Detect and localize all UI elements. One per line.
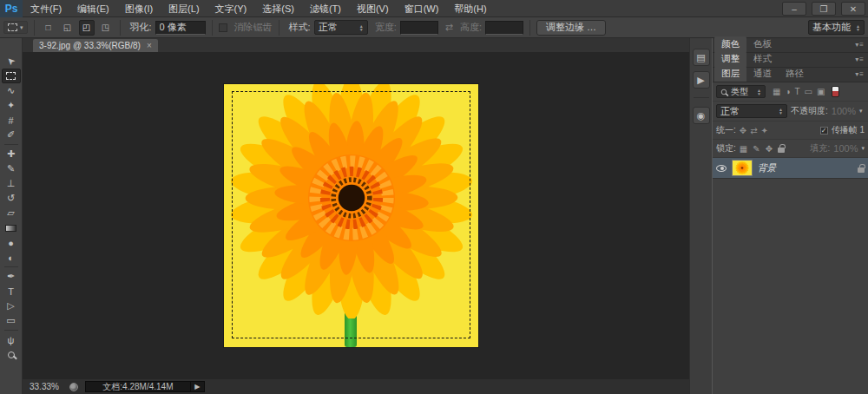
tool-preset-picker[interactable]: ▾: [3, 21, 28, 34]
path-selection-tool[interactable]: ▷: [2, 299, 21, 313]
minimize-button[interactable]: –: [782, 2, 806, 16]
selection-marching-ants: [232, 91, 470, 338]
eraser-tool[interactable]: ▱: [2, 206, 21, 220]
swap-dimensions-icon[interactable]: ⇄: [445, 22, 453, 33]
filter-pixel-layers-icon[interactable]: ▦: [773, 87, 780, 96]
close-button[interactable]: ✕: [841, 2, 865, 16]
filter-adjustment-layers-icon[interactable]: ◑: [785, 87, 790, 96]
menu-filter[interactable]: 滤镜(T): [302, 0, 349, 17]
menu-view[interactable]: 视图(V): [349, 0, 397, 17]
add-to-selection-button[interactable]: ◱: [60, 20, 76, 36]
restore-button[interactable]: ❐: [812, 2, 836, 16]
filter-type-value: 类型: [731, 86, 748, 98]
blend-mode-row: 正常 ▲▼ 不透明度: 100% ▾: [713, 102, 868, 121]
window-controls: – ❐ ✕: [779, 0, 868, 17]
menu-type[interactable]: 文字(Y): [207, 0, 255, 17]
quick-selection-tool[interactable]: ✦: [2, 98, 21, 113]
lock-transparent-pixels-icon[interactable]: ▦: [740, 144, 747, 154]
history-panel-button[interactable]: ▤: [693, 49, 710, 66]
unify-visibility-icon[interactable]: ⇄: [750, 126, 757, 135]
layer-thumbnail[interactable]: [732, 160, 753, 176]
workspace-value: 基本功能: [812, 21, 851, 34]
clone-stamp-tool[interactable]: ⊥: [2, 176, 21, 191]
fill-value[interactable]: 100%: [833, 143, 858, 154]
lock-position-icon[interactable]: ✥: [766, 144, 773, 154]
style-label: 样式:: [289, 21, 311, 34]
history-brush-tool[interactable]: ↺: [2, 191, 21, 206]
tab-layers[interactable]: 图层: [714, 66, 746, 82]
tab-close-icon[interactable]: ×: [147, 41, 152, 50]
antialias-checkbox[interactable]: [219, 23, 227, 32]
type-tool[interactable]: T: [2, 284, 21, 299]
height-input[interactable]: [485, 21, 523, 35]
propagate-frame-checkbox[interactable]: ✓: [820, 127, 828, 135]
opacity-value[interactable]: 100%: [832, 106, 856, 116]
menu-layer[interactable]: 图层(L): [161, 0, 207, 17]
canvas-area[interactable]: [23, 52, 689, 379]
tab-styles[interactable]: 样式: [746, 51, 779, 67]
menu-help[interactable]: 帮助(H): [446, 0, 494, 17]
filter-shape-layers-icon[interactable]: ▭: [805, 87, 812, 96]
lock-all-icon[interactable]: [778, 148, 785, 153]
hand-tool[interactable]: ψ: [2, 332, 21, 347]
chevron-down-icon: ▾: [20, 24, 23, 31]
properties-panel-button[interactable]: ◉: [693, 107, 710, 124]
unify-style-icon[interactable]: ✦: [761, 126, 768, 135]
menu-edit[interactable]: 编辑(E): [69, 0, 117, 17]
tab-adjustments[interactable]: 调整: [714, 51, 746, 67]
gradient-tool[interactable]: [2, 220, 21, 235]
move-tool[interactable]: ➤: [2, 54, 21, 69]
document-tab[interactable]: 3-92.jpg @ 33.3%(RGB/8) ×: [33, 39, 158, 52]
style-select[interactable]: 正常 ▲▼: [314, 20, 368, 35]
document-image[interactable]: [224, 84, 478, 347]
menu-image[interactable]: 图像(I): [117, 0, 161, 17]
tab-channels[interactable]: 通道: [746, 66, 779, 82]
workspace-switcher[interactable]: 基本功能 ▲▼: [808, 20, 865, 35]
filter-smart-object-icon[interactable]: ▣: [817, 87, 825, 96]
dodge-tool-icon: ◐: [8, 253, 14, 263]
layer-row-background[interactable]: 背景: [713, 158, 868, 179]
dodge-tool[interactable]: ◐: [2, 250, 21, 265]
document-size-info[interactable]: 文档:4.28M/4.14M: [85, 381, 191, 392]
pen-tool[interactable]: ✒: [2, 269, 21, 284]
collapsed-panel-dock: ▤ ▶ ◉: [689, 38, 712, 394]
new-selection-button[interactable]: □: [41, 20, 56, 36]
document-tab-label: 3-92.jpg @ 33.3%(RGB/8): [39, 41, 141, 50]
layer-filter-select[interactable]: 类型 ▲▼: [716, 85, 766, 98]
tools-panel: ➤ ∿ ✦ # ✐ ✚ ✎ ⊥ ↺ ▱ ● ◐ ✒ T ▷ ▭ ψ: [0, 38, 23, 394]
layer-visibility-eye-icon[interactable]: [716, 165, 727, 172]
rectangular-marquee-tool[interactable]: [2, 69, 21, 83]
menu-file[interactable]: 文件(F): [23, 0, 69, 17]
feather-input[interactable]: [155, 21, 206, 35]
lock-image-pixels-icon[interactable]: ✎: [753, 144, 760, 154]
spot-healing-brush-tool[interactable]: ✚: [2, 147, 21, 161]
zoom-tool[interactable]: [2, 347, 21, 362]
menu-window[interactable]: 窗口(W): [397, 0, 447, 17]
width-input[interactable]: [400, 21, 438, 35]
eraser-tool-icon: ▱: [7, 207, 14, 219]
refine-edge-button[interactable]: 调整边缘 …: [536, 20, 606, 36]
brush-tool[interactable]: ✎: [2, 161, 21, 176]
status-expand-arrow[interactable]: ▶: [191, 381, 205, 392]
eyedropper-tool[interactable]: ✐: [2, 128, 21, 142]
filter-type-layers-icon[interactable]: T: [794, 87, 799, 96]
filter-toggle-switch[interactable]: [832, 86, 839, 97]
intersect-selection-button[interactable]: ◳: [98, 20, 114, 36]
hand-tool-icon: ψ: [8, 335, 15, 345]
blur-tool[interactable]: ●: [2, 235, 21, 250]
lasso-tool[interactable]: ∿: [2, 83, 21, 98]
zoom-level[interactable]: 33.33%: [30, 382, 59, 391]
tab-color[interactable]: 颜色: [714, 36, 746, 52]
expand-panels-button[interactable]: ▶: [693, 71, 710, 89]
blend-mode-select[interactable]: 正常 ▲▼: [716, 104, 787, 118]
tab-paths[interactable]: 路径: [779, 66, 811, 82]
subtract-from-selection-button[interactable]: ◰: [79, 20, 95, 36]
panel-menu-icon[interactable]: ▾≡: [855, 41, 865, 49]
crop-tool[interactable]: #: [2, 113, 21, 128]
rectangle-shape-tool[interactable]: ▭: [2, 313, 21, 328]
panel-menu-icon[interactable]: ▾≡: [855, 70, 865, 78]
panel-menu-icon[interactable]: ▾≡: [855, 56, 865, 63]
menu-select[interactable]: 选择(S): [254, 0, 302, 17]
tab-swatches[interactable]: 色板: [746, 36, 779, 52]
unify-position-icon[interactable]: ✥: [740, 126, 746, 135]
